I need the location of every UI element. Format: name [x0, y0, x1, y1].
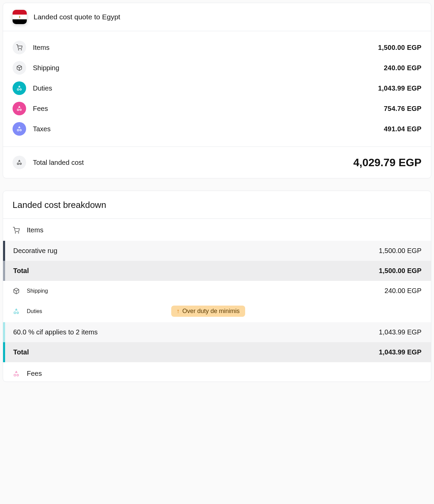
- arrow-up-icon: ↑: [177, 308, 180, 315]
- total-value: 4,029.79 EGP: [353, 156, 421, 169]
- shipping-label: Shipping: [27, 288, 48, 294]
- summary-value: 240.00 EGP: [384, 64, 421, 72]
- shapes-icon: [13, 102, 26, 115]
- svg-point-6: [20, 109, 22, 111]
- svg-point-1: [21, 50, 22, 50]
- duty-row: 60.0 % cif applies to 2 items 1,043.99 E…: [3, 322, 431, 342]
- shapes-icon: [13, 156, 26, 169]
- summary-row-items: Items 1,500.00 EGP: [13, 37, 421, 58]
- box-icon: [13, 287, 20, 295]
- cart-icon: [13, 227, 20, 234]
- svg-point-0: [18, 50, 19, 50]
- duty-value: 1,043.99 EGP: [379, 328, 421, 336]
- svg-rect-5: [17, 109, 19, 111]
- breakdown-card: Landed cost breakdown Items Decorative r…: [3, 191, 431, 382]
- items-section-label: Items: [27, 226, 43, 234]
- summary-value: 754.76 EGP: [384, 105, 421, 113]
- shipping-value: 240.00 EGP: [384, 287, 421, 295]
- summary-value: 1,043.99 EGP: [378, 84, 421, 92]
- duties-section-label: Duties: [27, 308, 42, 314]
- shapes-icon: [13, 308, 20, 315]
- summary-label: Items: [33, 44, 50, 52]
- fees-section-label: Fees: [27, 370, 42, 377]
- badge-text: Over duty de minimis: [182, 308, 240, 315]
- fees-section-head: Fees: [3, 362, 431, 382]
- svg-rect-14: [14, 312, 16, 313]
- card-header: Landed cost quote to Egypt: [3, 3, 431, 31]
- item-row: Decorative rug 1,500.00 EGP: [3, 241, 431, 261]
- shapes-icon: [13, 370, 20, 377]
- summary-card: Landed cost quote to Egypt Items 1,500.0…: [3, 3, 431, 178]
- svg-point-17: [17, 374, 19, 376]
- total-row: Total landed cost 4,029.79 EGP: [3, 147, 431, 178]
- svg-rect-3: [17, 89, 19, 91]
- summary-row-duties: Duties 1,043.99 EGP: [13, 78, 421, 98]
- duty-label: 60.0 % cif applies to 2 items: [13, 328, 98, 336]
- svg-point-10: [20, 163, 22, 165]
- svg-point-8: [20, 130, 22, 131]
- items-total-value: 1,500.00 EGP: [379, 267, 421, 275]
- summary-label: Shipping: [33, 64, 59, 72]
- card-title: Landed cost quote to Egypt: [34, 13, 120, 21]
- box-icon: [13, 61, 26, 75]
- summary-row-fees: Fees 754.76 EGP: [13, 98, 421, 119]
- cart-icon: [13, 41, 26, 54]
- duties-total-label: Total: [13, 348, 29, 356]
- summary-label: Fees: [33, 105, 48, 113]
- items-total-row: Total 1,500.00 EGP: [3, 261, 431, 281]
- items-section-head: Items: [3, 219, 431, 241]
- summary-label: Duties: [33, 84, 52, 92]
- breakdown-header: Landed cost breakdown: [3, 191, 431, 219]
- svg-rect-7: [17, 130, 19, 131]
- summary-row-shipping: Shipping 240.00 EGP: [13, 58, 421, 78]
- item-value: 1,500.00 EGP: [379, 247, 421, 255]
- summary-value: 491.04 EGP: [384, 125, 421, 133]
- summary-value: 1,500.00 EGP: [378, 44, 421, 52]
- summary-body: Items 1,500.00 EGP Shipping 240.00 EGP D…: [3, 31, 431, 147]
- svg-point-12: [18, 232, 19, 233]
- items-total-label: Total: [13, 267, 29, 275]
- total-label: Total landed cost: [33, 159, 84, 167]
- summary-row-taxes: Taxes 491.04 EGP: [13, 119, 421, 139]
- duties-total-row: Total 1,043.99 EGP: [3, 342, 431, 362]
- svg-point-4: [20, 89, 22, 91]
- svg-rect-16: [14, 374, 16, 376]
- egypt-flag-icon: [13, 10, 27, 24]
- shapes-icon: [13, 81, 26, 95]
- item-label: Decorative rug: [13, 247, 57, 255]
- svg-rect-9: [17, 163, 19, 165]
- breakdown-title: Landed cost breakdown: [13, 200, 421, 210]
- duties-section-head: Duties ↑ Over duty de minimis: [3, 301, 431, 322]
- duties-total-value: 1,043.99 EGP: [379, 348, 421, 356]
- de-minimis-badge: ↑ Over duty de minimis: [171, 306, 245, 317]
- svg-point-15: [17, 312, 19, 313]
- svg-point-11: [15, 232, 16, 233]
- shipping-row: Shipping 240.00 EGP: [3, 281, 431, 301]
- summary-label: Taxes: [33, 125, 51, 133]
- shapes-icon: [13, 122, 26, 136]
